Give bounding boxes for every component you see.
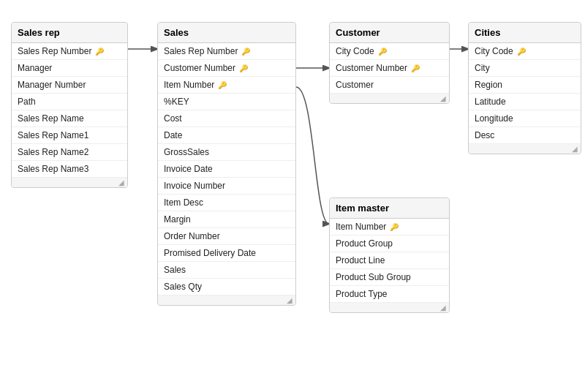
key-icon-sales-1: 🔑 [239, 64, 248, 72]
field-name-cities-2: Region [475, 80, 502, 90]
field-name-sales-4: Cost [164, 113, 182, 124]
field-row-sales_rep-5: Sales Rep Name1 [12, 127, 127, 144]
field-name-customer-1: Customer Number [336, 63, 407, 73]
table-cities: CitiesCity Code🔑CityRegionLatitudeLongit… [468, 22, 581, 154]
field-name-customer-0: City Code [336, 46, 374, 56]
field-name-sales-6: GrossSales [164, 147, 209, 157]
field-row-cities-5: Desc [469, 127, 581, 143]
key-icon-item_master-0: 🔑 [390, 223, 399, 231]
key-icon-sales_rep-0: 🔑 [95, 48, 104, 56]
field-row-sales_rep-1: Manager [12, 60, 127, 77]
field-row-sales-11: Order Number [158, 228, 295, 245]
field-row-item_master-4: Product Type [330, 286, 449, 302]
table-header-item_master: Item master [330, 198, 449, 219]
field-row-item_master-3: Product Sub Group [330, 269, 449, 286]
field-row-sales-0: Sales Rep Number🔑 [158, 43, 295, 60]
field-row-customer-2: Customer [330, 77, 449, 93]
table-header-sales: Sales [158, 23, 295, 43]
field-name-sales_rep-0: Sales Rep Number [18, 46, 91, 56]
field-row-sales-10: Margin [158, 211, 295, 228]
field-name-sales-14: Sales Qty [164, 282, 202, 292]
table-footer-cities: ◢ [469, 143, 581, 154]
field-row-sales-13: Sales [158, 262, 295, 279]
field-row-item_master-1: Product Group [330, 235, 449, 252]
table-footer-sales_rep: ◢ [12, 177, 127, 187]
field-name-item_master-2: Product Line [336, 255, 385, 265]
table-sales: SalesSales Rep Number🔑Customer Number🔑It… [157, 22, 296, 306]
field-row-sales_rep-2: Manager Number [12, 77, 127, 94]
field-row-sales-14: Sales Qty [158, 279, 295, 295]
table-header-sales_rep: Sales rep [12, 23, 127, 43]
field-name-sales_rep-1: Manager [18, 63, 52, 73]
field-row-sales_rep-4: Sales Rep Name [12, 110, 127, 127]
field-row-cities-2: Region [469, 77, 581, 94]
field-row-sales-8: Invoice Number [158, 178, 295, 195]
table-fields-sales_rep: Sales Rep Number🔑ManagerManager NumberPa… [12, 43, 127, 177]
table-fields-cities: City Code🔑CityRegionLatitudeLongitudeDes… [469, 43, 581, 143]
field-name-sales-13: Sales [164, 265, 186, 275]
table-footer-sales: ◢ [158, 295, 295, 305]
field-row-sales-5: Date [158, 127, 295, 144]
field-name-sales_rep-5: Sales Rep Name1 [18, 130, 88, 140]
field-name-cities-3: Latitude [475, 97, 506, 107]
key-icon-customer-0: 🔑 [378, 48, 387, 56]
key-icon-customer-1: 🔑 [411, 64, 420, 72]
field-row-cities-4: Longitude [469, 110, 581, 127]
table-footer-customer: ◢ [330, 93, 449, 103]
field-name-sales-11: Order Number [164, 231, 220, 241]
field-row-sales_rep-7: Sales Rep Name3 [12, 161, 127, 177]
field-name-sales-9: Item Desc [164, 197, 203, 208]
field-name-cities-0: City Code [475, 46, 513, 56]
field-row-sales-1: Customer Number🔑 [158, 60, 295, 77]
field-row-cities-3: Latitude [469, 94, 581, 110]
table-sales_rep: Sales repSales Rep Number🔑ManagerManager… [11, 22, 128, 188]
field-name-sales-10: Margin [164, 214, 191, 225]
field-name-cities-1: City [475, 63, 490, 73]
field-row-sales_rep-6: Sales Rep Name2 [12, 144, 127, 161]
table-header-cities: Cities [469, 23, 581, 43]
field-name-sales_rep-2: Manager Number [18, 80, 86, 90]
field-row-sales-7: Invoice Date [158, 161, 295, 178]
field-name-item_master-1: Product Group [336, 238, 393, 249]
field-name-sales-5: Date [164, 130, 182, 140]
field-name-item_master-3: Product Sub Group [336, 272, 411, 282]
field-row-cities-0: City Code🔑 [469, 43, 581, 60]
key-icon-sales-2: 🔑 [218, 81, 227, 89]
table-item_master: Item masterItem Number🔑Product GroupProd… [329, 197, 450, 313]
field-row-customer-0: City Code🔑 [330, 43, 449, 60]
field-name-sales-0: Sales Rep Number [164, 46, 238, 56]
field-row-sales-12: Promised Delivery Date [158, 245, 295, 262]
key-icon-sales-0: 🔑 [241, 48, 250, 56]
field-name-sales-7: Invoice Date [164, 164, 213, 174]
field-row-item_master-0: Item Number🔑 [330, 219, 449, 235]
connector-sales-itemmaster [296, 87, 329, 224]
table-fields-customer: City Code🔑Customer Number🔑Customer [330, 43, 449, 93]
field-name-customer-2: Customer [336, 80, 374, 90]
field-row-customer-1: Customer Number🔑 [330, 60, 449, 77]
field-row-sales-2: Item Number🔑 [158, 77, 295, 94]
field-name-sales-2: Item Number [164, 80, 214, 90]
field-name-sales_rep-3: Path [18, 97, 36, 107]
field-row-cities-1: City [469, 60, 581, 77]
field-name-sales_rep-6: Sales Rep Name2 [18, 147, 88, 157]
field-row-sales-3: %KEY [158, 94, 295, 110]
field-row-item_master-2: Product Line [330, 252, 449, 269]
field-name-sales_rep-7: Sales Rep Name3 [18, 164, 88, 174]
field-row-sales_rep-0: Sales Rep Number🔑 [12, 43, 127, 60]
field-row-sales-6: GrossSales [158, 144, 295, 161]
table-fields-item_master: Item Number🔑Product GroupProduct LinePro… [330, 219, 449, 302]
field-row-sales_rep-3: Path [12, 94, 127, 110]
field-name-sales-1: Customer Number [164, 63, 235, 73]
field-name-cities-5: Desc [475, 130, 494, 140]
field-name-cities-4: Longitude [475, 113, 513, 124]
table-header-customer: Customer [330, 23, 449, 43]
field-name-sales-8: Invoice Number [164, 181, 225, 191]
field-name-item_master-4: Product Type [336, 289, 388, 299]
field-row-sales-9: Item Desc [158, 195, 295, 211]
table-footer-item_master: ◢ [330, 302, 449, 312]
field-name-item_master-0: Item Number [336, 222, 386, 232]
field-row-sales-4: Cost [158, 110, 295, 127]
field-name-sales-12: Promised Delivery Date [164, 248, 256, 258]
key-icon-cities-0: 🔑 [517, 48, 526, 56]
field-name-sales-3: %KEY [164, 97, 189, 107]
